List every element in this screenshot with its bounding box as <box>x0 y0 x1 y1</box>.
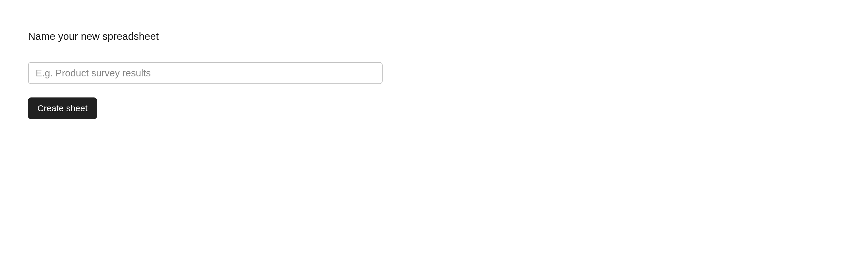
create-sheet-button[interactable]: Create sheet <box>28 98 97 119</box>
spreadsheet-name-label: Name your new spreadsheet <box>28 30 382 42</box>
new-spreadsheet-form: Name your new spreadsheet Create sheet <box>28 30 382 119</box>
spreadsheet-name-input[interactable] <box>28 62 382 84</box>
